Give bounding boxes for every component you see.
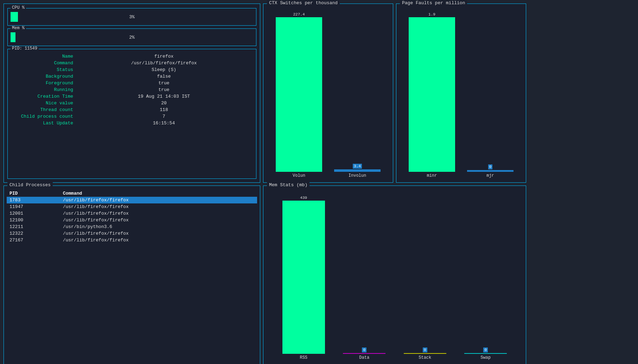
cpu-label: CPU %: [11, 5, 26, 10]
mem-meter: Mem % 2%: [7, 28, 256, 46]
mem-value: 2%: [129, 35, 135, 40]
main-grid: CPU % 3% Mem % 2% PID: 11549 Name firefo…: [0, 0, 638, 364]
bar-value-label: 3.4: [353, 164, 362, 169]
mem-bar-fill: [282, 201, 325, 354]
mem-bar-fill: [343, 353, 385, 354]
mem-stats-title: Mem Stats (mb): [267, 182, 310, 188]
mem-value-label: 439: [300, 196, 307, 200]
table-row[interactable]: 27167 /usr/lib/firefox/firefox: [7, 237, 257, 243]
child-command: /usr/lib/firefox/firefox: [60, 237, 257, 243]
child-command: /usr/bin/python3.6: [60, 223, 257, 230]
ctx-switches-panel: CTX Switches per thousand 227.4Volun3.4I…: [263, 4, 393, 183]
process-info-row: Name firefox: [11, 53, 253, 59]
info-value: 19 Aug 21 14:03 IST: [75, 93, 253, 99]
info-label: Name: [11, 53, 75, 59]
process-info-row: Command /usr/lib/firefox/firefox: [11, 60, 253, 66]
page-faults-panel: Page Faults per million 1.9minr0mjr: [396, 4, 526, 183]
table-row[interactable]: 12322 /usr/lib/firefox/firefox: [7, 230, 257, 237]
table-row[interactable]: 12211 /usr/bin/python3.6: [7, 223, 257, 230]
ctx-title: CTX Switches per thousand: [267, 0, 340, 6]
child-pid: 12100: [7, 217, 60, 223]
process-info-row: Creation Time 19 Aug 21 14:03 IST: [11, 93, 253, 99]
info-value: true: [75, 87, 253, 93]
mem-axis-label: RSS: [300, 355, 307, 360]
bar-value-label: 1.9: [428, 12, 435, 17]
info-value: false: [75, 73, 253, 79]
bar-fill: [409, 17, 455, 172]
page-bar-chart: 1.9minr0mjr: [399, 12, 523, 178]
mem-axis-label: Swap: [480, 355, 491, 360]
child-command: /usr/lib/firefox/firefox: [60, 217, 257, 223]
bar-value-label: 227.4: [293, 12, 305, 17]
mem-label: Mem %: [11, 26, 26, 31]
info-value: /usr/lib/firefox/firefox: [75, 60, 253, 66]
info-value: 7: [75, 113, 253, 119]
ctx-bar-group: 3.4Involun: [328, 12, 387, 178]
mem-stats-panel: Mem Stats (mb) 439RSS0Data0Stack0Swap: [263, 186, 526, 364]
info-value: 118: [75, 107, 253, 113]
info-value: 16:15:54: [75, 120, 253, 126]
col-pid: PID: [7, 190, 60, 197]
ctx-bar-group: 227.4Volun: [270, 12, 328, 178]
table-row[interactable]: 11947 /usr/lib/firefox/firefox: [7, 203, 257, 210]
mem-bar-group: 0Swap: [455, 196, 516, 360]
info-value: 20: [75, 100, 253, 106]
process-info-row: Last Update 16:15:54: [11, 120, 253, 126]
table-row[interactable]: 12001 /usr/lib/firefox/firefox: [7, 210, 257, 217]
bar-fill: [276, 17, 323, 172]
mem-bar-group: 439RSS: [273, 196, 334, 360]
info-label: Thread count: [11, 107, 75, 113]
mem-bar-fill: [404, 353, 446, 354]
mem-bar-chart: 439RSS0Data0Stack0Swap: [266, 196, 523, 360]
child-command: /usr/lib/firefox/firefox: [60, 203, 257, 210]
info-label: Creation Time: [11, 93, 75, 99]
left-top-panel: CPU % 3% Mem % 2% PID: 11549 Name firefo…: [4, 4, 260, 183]
bar-fill: [334, 169, 381, 172]
col-command: Command: [60, 190, 257, 197]
table-row[interactable]: 12100 /usr/lib/firefox/firefox: [7, 217, 257, 223]
mem-axis-label: Stack: [419, 355, 431, 360]
bar-axis-label: mjr: [486, 173, 494, 178]
cpu-value: 3%: [129, 14, 135, 20]
info-label: Command: [11, 60, 75, 66]
child-table: PID Command 1783 /usr/lib/firefox/firefo…: [7, 190, 257, 243]
process-info-row: Foreground true: [11, 80, 253, 86]
bar-value-label: 0: [488, 164, 493, 169]
bar-axis-label: minr: [427, 173, 437, 178]
process-info-row: Nice value 20: [11, 100, 253, 106]
page-faults-title: Page Faults per million: [400, 0, 467, 6]
table-row[interactable]: 1783 /usr/lib/firefox/firefox: [7, 197, 257, 203]
process-info-row: Child process count 7: [11, 113, 253, 119]
info-label: Child process count: [11, 113, 75, 119]
mem-value-label: 0: [362, 347, 366, 352]
child-pid: 1783: [7, 197, 60, 203]
child-command: /usr/lib/firefox/firefox: [60, 230, 257, 237]
info-label: Nice value: [11, 100, 75, 106]
mem-value-label: 0: [483, 347, 488, 352]
info-label: Foreground: [11, 80, 75, 86]
cpu-bar-fill: [11, 12, 18, 22]
info-value: firefox: [75, 53, 253, 59]
ctx-bar-chart: 227.4Volun3.4Involun: [266, 12, 390, 178]
child-pid: 11947: [7, 203, 60, 210]
process-info-row: Status Sleep (S): [11, 67, 253, 73]
child-pid: 12211: [7, 223, 60, 230]
mem-bar-group: 0Data: [334, 196, 395, 360]
mem-bar-fill: [11, 32, 15, 42]
info-label: Last Update: [11, 120, 75, 126]
mem-bar-group: 0Stack: [395, 196, 455, 360]
info-label: Running: [11, 87, 75, 93]
bar-axis-label: Volun: [293, 173, 305, 178]
child-pid: 27167: [7, 237, 60, 243]
info-label: Status: [11, 67, 75, 73]
process-info-row: Running true: [11, 87, 253, 93]
mem-value-label: 0: [423, 347, 427, 352]
pid-title: PID: 11549: [11, 46, 39, 51]
pid-section: PID: 11549 Name firefoxCommand /usr/lib/…: [7, 49, 256, 179]
bar-fill: [467, 170, 514, 172]
child-command: /usr/lib/firefox/firefox: [60, 197, 257, 203]
mem-axis-label: Data: [359, 355, 369, 360]
info-value: Sleep (S): [75, 67, 253, 73]
info-label: Background: [11, 73, 75, 79]
child-command: /usr/lib/firefox/firefox: [60, 210, 257, 217]
